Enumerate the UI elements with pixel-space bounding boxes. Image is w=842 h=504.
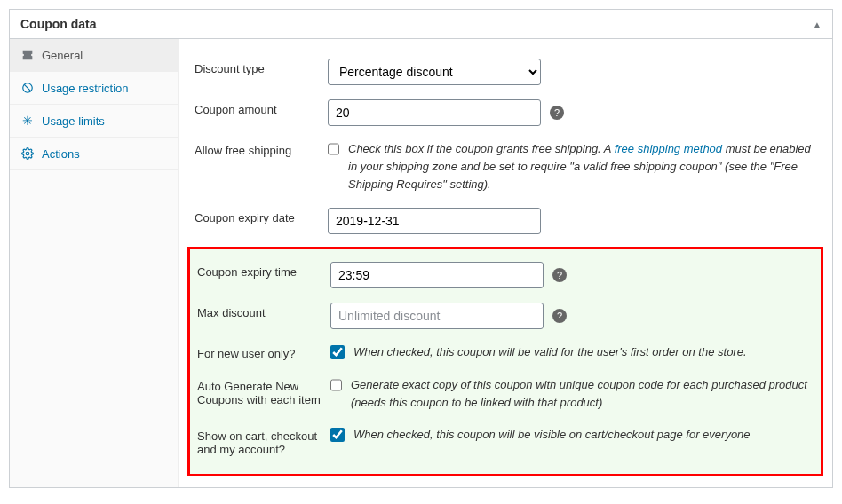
label-auto-generate: Auto Generate New Coupons with each item — [197, 376, 330, 406]
label-max-discount: Max discount — [197, 303, 330, 319]
free-shipping-link[interactable]: free shipping method — [615, 142, 722, 155]
tab-content-general: Discount type Percentage discount Coupon… — [179, 39, 832, 487]
panel-header[interactable]: Coupon data ▲ — [10, 10, 832, 39]
row-max-discount: Max discount ? — [197, 295, 814, 336]
row-expiry-date: Coupon expiry date — [195, 201, 816, 241]
label-discount-type: Discount type — [195, 59, 328, 75]
expiry-time-input[interactable] — [330, 262, 544, 288]
tab-general[interactable]: General — [10, 39, 178, 72]
tab-usage-restriction[interactable]: Usage restriction — [10, 72, 178, 105]
row-free-shipping: Allow free shipping Check this box if th… — [195, 133, 816, 201]
label-show-on-cart: Show on cart, checkout and my account? — [197, 426, 330, 456]
collapse-icon: ▲ — [813, 20, 822, 29]
block-icon — [20, 81, 35, 95]
expiry-date-input[interactable] — [328, 208, 541, 234]
tab-label: Usage limits — [42, 114, 105, 128]
panel-title: Coupon data — [20, 17, 97, 31]
help-icon[interactable]: ? — [550, 106, 564, 120]
svg-line-1 — [24, 84, 31, 91]
row-coupon-amount: Coupon amount ? — [195, 92, 816, 133]
label-expiry-time: Coupon expiry time — [197, 262, 330, 279]
row-expiry-time: Coupon expiry time ? — [197, 255, 814, 295]
tab-label: Actions — [42, 147, 80, 161]
auto-generate-checkbox[interactable] — [330, 378, 342, 392]
max-discount-input[interactable] — [330, 303, 544, 329]
show-on-cart-checkbox[interactable] — [330, 428, 345, 442]
auto-generate-desc: Generate exact copy of this coupon with … — [351, 376, 814, 412]
tab-label: Usage restriction — [42, 82, 129, 95]
coupon-amount-input[interactable] — [328, 99, 541, 126]
label-coupon-amount: Coupon amount — [195, 99, 328, 116]
discount-type-select[interactable]: Percentage discount — [328, 59, 541, 85]
label-free-shipping: Allow free shipping — [195, 140, 328, 157]
free-shipping-checkbox[interactable] — [328, 142, 339, 156]
tabs-list: General Usage restriction ✳ Usage limits — [10, 39, 179, 487]
highlighted-extra-fields: Coupon expiry time ? Max discount ? For … — [187, 247, 823, 476]
help-icon[interactable]: ? — [552, 268, 567, 282]
row-auto-generate: Auto Generate New Coupons with each item… — [197, 369, 814, 419]
help-icon[interactable]: ? — [552, 309, 567, 323]
svg-point-2 — [26, 152, 29, 155]
tab-actions[interactable]: Actions — [10, 138, 178, 170]
tab-label: General — [42, 49, 83, 62]
new-user-only-desc: When checked, this coupon will be valid … — [353, 343, 747, 361]
gear-icon — [20, 146, 35, 161]
tab-usage-limits[interactable]: ✳ Usage limits — [10, 105, 178, 138]
free-shipping-desc: Check this box if the coupon grants free… — [348, 140, 816, 193]
show-on-cart-desc: When checked, this coupon will be visibl… — [353, 426, 751, 444]
ticket-icon — [20, 48, 35, 62]
new-user-only-checkbox[interactable] — [330, 345, 345, 359]
coupon-data-panel: Coupon data ▲ General Usage restriction — [9, 9, 833, 488]
row-new-user-only: For new user only? When checked, this co… — [197, 336, 814, 368]
row-show-on-cart: Show on cart, checkout and my account? W… — [197, 419, 814, 463]
asterisk-icon: ✳ — [20, 114, 35, 128]
label-expiry-date: Coupon expiry date — [195, 208, 328, 224]
row-discount-type: Discount type Percentage discount — [195, 51, 816, 92]
label-new-user-only: For new user only? — [197, 343, 330, 360]
